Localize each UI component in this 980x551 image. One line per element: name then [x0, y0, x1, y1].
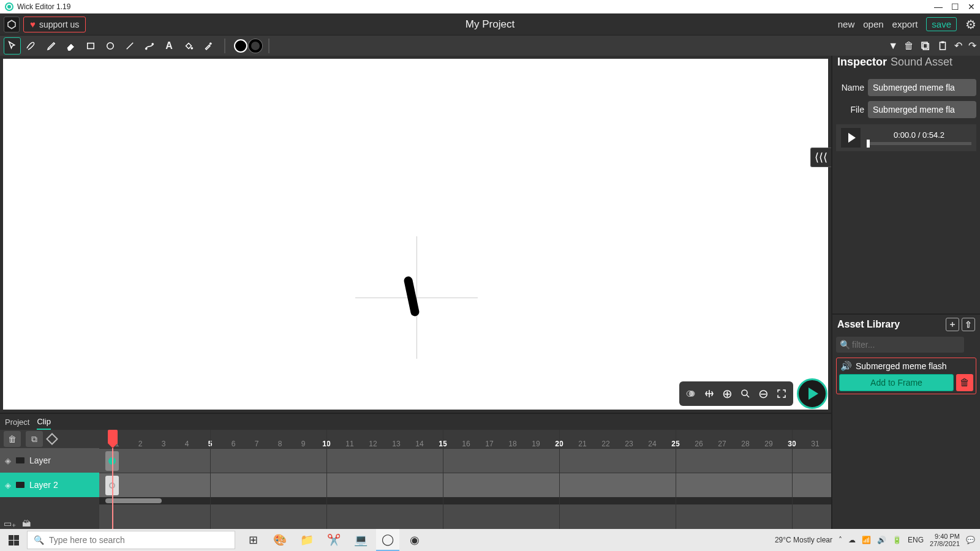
add-image-layer-icon[interactable]: 🏔: [22, 519, 31, 528]
volume-icon[interactable]: 🔊: [877, 536, 886, 544]
asset-item[interactable]: 🔊 Submerged meme flash Add to Frame 🗑: [836, 358, 976, 394]
canvas-area[interactable]: ⟨⟨⟨ ⊕ ⊖: [0, 56, 831, 413]
ruler-tick[interactable]: 13: [385, 440, 408, 448]
language-indicator[interactable]: ENG: [908, 536, 924, 544]
delete-asset-button[interactable]: 🗑: [956, 374, 973, 391]
battery-icon[interactable]: 🔋: [892, 536, 902, 544]
ruler-tick[interactable]: 14: [408, 440, 431, 448]
layer-row-1[interactable]: ◈ Layer: [0, 448, 99, 473]
zoom-icon[interactable]: [740, 388, 751, 399]
cursor-tool[interactable]: [4, 37, 21, 54]
home-button[interactable]: [4, 17, 20, 32]
project-title[interactable]: My Project: [466, 18, 514, 31]
layer-visibility-icon[interactable]: ◈: [5, 456, 11, 465]
ruler-tick[interactable]: 18: [501, 440, 524, 448]
window-minimize-icon[interactable]: —: [934, 2, 943, 12]
rectangle-tool[interactable]: [82, 37, 99, 54]
redo-icon[interactable]: ↷: [968, 40, 976, 51]
play-sound-button[interactable]: [841, 128, 861, 148]
ruler-tick[interactable]: 8: [268, 440, 292, 448]
layer-visibility-icon[interactable]: ◈: [5, 481, 11, 490]
save-button[interactable]: save: [926, 17, 957, 31]
pencil-tool[interactable]: [43, 37, 60, 54]
eraser-tool[interactable]: [62, 37, 80, 54]
window-maximize-icon[interactable]: ☐: [951, 2, 959, 12]
ruler-tick[interactable]: 17: [478, 440, 501, 448]
app-icon[interactable]: 💻: [349, 529, 372, 551]
onedrive-icon[interactable]: ☁: [848, 536, 856, 544]
sound-progress-bar[interactable]: [867, 142, 971, 145]
file-explorer-icon[interactable]: 📁: [295, 529, 318, 551]
new-button[interactable]: new: [838, 19, 855, 29]
fill-color-swatch[interactable]: [234, 39, 247, 53]
ruler-tick[interactable]: 16: [454, 440, 478, 448]
fill-bucket-tool[interactable]: [180, 37, 197, 54]
task-view-icon[interactable]: ⊞: [241, 529, 265, 551]
line-tool[interactable]: [121, 37, 138, 54]
add-asset-button[interactable]: ＋: [946, 318, 959, 331]
taskbar-search[interactable]: 🔍 Type here to search: [27, 531, 235, 549]
dropdown-icon[interactable]: ▼: [888, 40, 898, 51]
ruler-tick[interactable]: 6: [222, 440, 245, 448]
ruler-tick[interactable]: 28: [734, 440, 757, 448]
support-us-button[interactable]: ♥ support us: [23, 17, 86, 32]
add-layer-icon[interactable]: ▭₊: [4, 519, 16, 528]
ruler-tick[interactable]: 31: [804, 440, 827, 448]
add-to-frame-button[interactable]: Add to Frame: [839, 374, 954, 391]
wick-app-icon[interactable]: ◯: [376, 529, 399, 551]
play-preview-button[interactable]: [797, 378, 827, 409]
chrome-icon[interactable]: ◉: [403, 529, 426, 551]
file-input[interactable]: Submerged meme fla: [868, 101, 976, 118]
notifications-icon[interactable]: 💬: [966, 536, 975, 544]
brush-tool[interactable]: [23, 37, 40, 54]
undo-icon[interactable]: ↶: [954, 40, 962, 51]
timeline-ruler[interactable]: 1234567891011121314151617181920212223242…: [99, 430, 831, 448]
snip-app-icon[interactable]: ✂️: [322, 529, 345, 551]
stroke-color-swatch[interactable]: [249, 39, 262, 53]
ruler-tick[interactable]: 19: [524, 440, 548, 448]
zoom-in-icon[interactable]: ⊕: [722, 386, 733, 401]
name-input[interactable]: Submerged meme fla: [868, 79, 976, 96]
onion-skin-icon[interactable]: [685, 388, 696, 399]
track-row-2[interactable]: [99, 473, 831, 497]
delete-icon[interactable]: 🗑: [904, 40, 914, 51]
ellipse-tool[interactable]: [102, 37, 119, 54]
copy-icon[interactable]: [920, 40, 931, 51]
tab-clip[interactable]: Clip: [37, 417, 50, 430]
paste-icon[interactable]: [937, 40, 948, 51]
ruler-tick[interactable]: 11: [338, 440, 361, 448]
wifi-icon[interactable]: 📶: [862, 536, 871, 544]
path-tool[interactable]: [141, 37, 158, 54]
text-tool[interactable]: A: [160, 37, 178, 54]
ruler-tick[interactable]: 12: [361, 440, 385, 448]
delete-layer-button[interactable]: 🗑: [4, 431, 21, 447]
playhead[interactable]: [108, 430, 118, 529]
upload-asset-button[interactable]: ⇧: [962, 318, 975, 331]
pan-icon[interactable]: [704, 388, 715, 399]
ruler-tick[interactable]: 23: [617, 440, 641, 448]
ruler-tick[interactable]: 9: [292, 440, 315, 448]
ruler-tick[interactable]: 26: [687, 440, 710, 448]
ruler-tick[interactable]: 4: [175, 440, 198, 448]
start-button[interactable]: [0, 529, 27, 551]
window-close-icon[interactable]: ✕: [968, 2, 975, 12]
fullscreen-icon[interactable]: [776, 388, 787, 399]
open-button[interactable]: open: [863, 19, 883, 29]
settings-button[interactable]: ⚙: [965, 17, 976, 32]
eyedropper-tool[interactable]: [200, 37, 217, 54]
ruler-tick[interactable]: 21: [571, 440, 594, 448]
duplicate-layer-button[interactable]: ⧉: [26, 431, 43, 447]
ruler-tick[interactable]: 22: [594, 440, 617, 448]
ruler-tick[interactable]: 29: [757, 440, 780, 448]
tab-project[interactable]: Project: [5, 418, 29, 429]
ruler-tick[interactable]: 24: [641, 440, 664, 448]
ruler-tick[interactable]: 2: [129, 440, 152, 448]
ruler-tick[interactable]: 3: [152, 440, 175, 448]
paint-app-icon[interactable]: 🎨: [268, 529, 292, 551]
asset-filter-input[interactable]: [836, 337, 964, 353]
keyframe-icon[interactable]: [46, 433, 58, 445]
zoom-out-icon[interactable]: ⊖: [758, 386, 769, 401]
tray-chevron-icon[interactable]: ˄: [839, 536, 842, 544]
weather-widget[interactable]: 29°C Mostly clear: [775, 536, 832, 544]
ruler-tick[interactable]: 27: [710, 440, 734, 448]
